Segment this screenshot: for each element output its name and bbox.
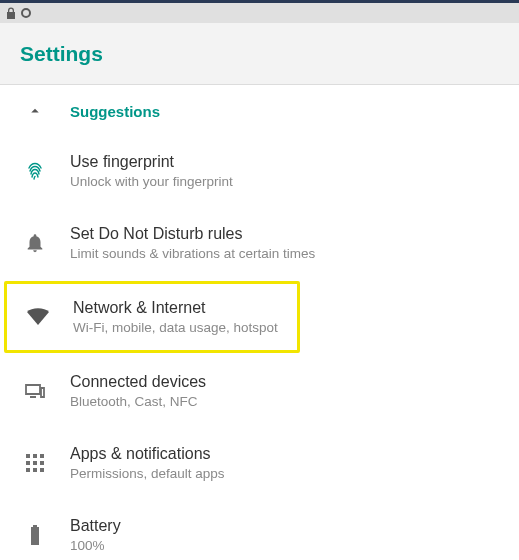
row-subtitle: Bluetooth, Cast, NFC xyxy=(70,393,206,411)
svg-rect-5 xyxy=(33,461,37,465)
row-title: Connected devices xyxy=(70,372,206,392)
row-subtitle: Limit sounds & vibrations at certain tim… xyxy=(70,245,315,263)
circle-icon xyxy=(20,7,32,19)
settings-list: Use fingerprint Unlock with your fingerp… xyxy=(0,135,519,560)
row-title: Use fingerprint xyxy=(70,152,233,172)
row-title: Network & Internet xyxy=(73,298,278,318)
svg-rect-6 xyxy=(40,461,44,465)
wifi-icon xyxy=(21,307,55,327)
page-title: Settings xyxy=(20,42,103,66)
svg-rect-1 xyxy=(26,454,30,458)
row-use-fingerprint[interactable]: Use fingerprint Unlock with your fingerp… xyxy=(0,135,519,207)
row-subtitle: Wi-Fi, mobile, data usage, hotspot xyxy=(73,319,278,337)
status-bar xyxy=(0,3,519,23)
row-subtitle: Unlock with your fingerprint xyxy=(70,173,233,191)
svg-rect-3 xyxy=(40,454,44,458)
highlight-box: Network & Internet Wi-Fi, mobile, data u… xyxy=(4,281,300,353)
devices-icon xyxy=(18,379,52,403)
row-title: Apps & notifications xyxy=(70,444,225,464)
app-bar: Settings xyxy=(0,23,519,85)
row-subtitle: Permissions, default apps xyxy=(70,465,225,483)
row-title: Set Do Not Disturb rules xyxy=(70,224,315,244)
chevron-up-icon xyxy=(18,102,52,120)
suggestions-label: Suggestions xyxy=(70,103,160,120)
row-dnd-rules[interactable]: Set Do Not Disturb rules Limit sounds & … xyxy=(0,207,519,279)
row-connected-devices[interactable]: Connected devices Bluetooth, Cast, NFC xyxy=(0,355,519,427)
svg-rect-7 xyxy=(26,468,30,472)
apps-icon xyxy=(18,453,52,473)
svg-rect-9 xyxy=(40,468,44,472)
suggestions-header[interactable]: Suggestions xyxy=(0,87,519,135)
battery-icon xyxy=(18,523,52,547)
svg-rect-4 xyxy=(26,461,30,465)
row-battery[interactable]: Battery 100% xyxy=(0,499,519,560)
svg-rect-2 xyxy=(33,454,37,458)
svg-rect-8 xyxy=(33,468,37,472)
svg-point-0 xyxy=(22,9,30,17)
row-subtitle: 100% xyxy=(70,537,121,555)
row-apps-notifications[interactable]: Apps & notifications Permissions, defaul… xyxy=(0,427,519,499)
row-network-internet[interactable]: Network & Internet Wi-Fi, mobile, data u… xyxy=(7,284,297,350)
row-title: Battery xyxy=(70,516,121,536)
bell-icon xyxy=(18,232,52,254)
fingerprint-icon xyxy=(18,159,52,183)
lock-icon xyxy=(6,7,16,19)
